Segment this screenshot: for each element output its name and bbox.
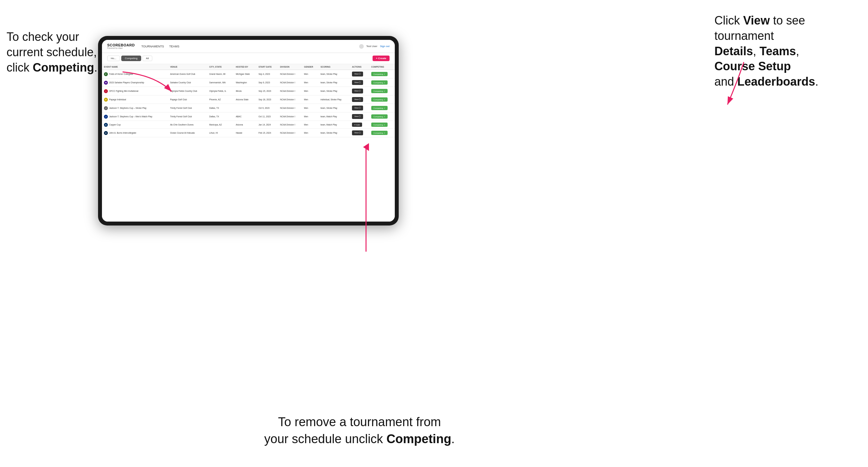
tab-home[interactable]: Ho... bbox=[107, 56, 120, 61]
actions-cell: View ⓘ bbox=[350, 87, 369, 95]
user-icon bbox=[359, 44, 364, 49]
col-scoring: team, Stroke Play bbox=[319, 70, 350, 79]
annotation-line3: click bbox=[6, 61, 33, 74]
col-venue: Ak-Chin Southern Dunes bbox=[168, 121, 207, 129]
col-start: Feb 15, 2024 bbox=[256, 129, 278, 137]
tab-all[interactable]: All bbox=[143, 56, 153, 61]
col-scoring: team, Match Play bbox=[319, 113, 350, 121]
team-logo: J bbox=[104, 106, 108, 110]
col-city: Sammamish, WA bbox=[207, 79, 234, 87]
col-start: Sep 9, 2023 bbox=[256, 79, 278, 87]
col-division: NCAA Division I bbox=[278, 79, 302, 87]
col-gender: Men bbox=[302, 87, 318, 95]
actions-cell: View ⓘ bbox=[350, 70, 369, 79]
edit-button[interactable]: ✏ Edit bbox=[352, 123, 362, 127]
col-gender: Men bbox=[302, 121, 318, 129]
annotation-competing-bold: Competing bbox=[33, 61, 94, 74]
table-row: ACopper CupAk-Chin Southern DunesMaricop… bbox=[102, 121, 395, 129]
col-division: NCAA Division I bbox=[278, 95, 302, 104]
event-name: John A. Burns Intercollegiate bbox=[109, 132, 136, 134]
tr-line3: tournament bbox=[714, 29, 774, 42]
col-scoring: individual, Stroke Play bbox=[319, 95, 350, 104]
col-division: NCAA Division I bbox=[278, 70, 302, 79]
nav-teams[interactable]: TEAMS bbox=[169, 45, 179, 48]
competing-button[interactable]: Competing ✓ bbox=[371, 97, 388, 102]
competing-cell: Competing ✓ bbox=[369, 87, 395, 95]
col-hosted bbox=[234, 104, 256, 113]
competing-cell: Competing ✓ bbox=[369, 95, 395, 104]
col-division: NCAA Division I bbox=[278, 121, 302, 129]
tr-line1: Click bbox=[714, 14, 743, 27]
tab-competing[interactable]: Competing bbox=[121, 56, 141, 61]
competing-cell: Competing ✓ bbox=[369, 129, 395, 137]
bottom-end: . bbox=[451, 432, 455, 446]
competing-button[interactable]: Competing ✓ bbox=[371, 72, 388, 76]
sign-out-link[interactable]: Sign out bbox=[380, 45, 390, 48]
col-hosted: Illinois bbox=[234, 87, 256, 95]
col-start-date: START DATE bbox=[256, 64, 278, 70]
col-hosted: Hawaii bbox=[234, 129, 256, 137]
table-row: JJackson T. Stephens Cup – Men's Match P… bbox=[102, 113, 395, 121]
col-hosted: Arizona State bbox=[234, 95, 256, 104]
event-name-cell: JJackson T. Stephens Cup – Stroke Play bbox=[102, 104, 168, 113]
view-button[interactable]: View ⓘ bbox=[352, 105, 364, 111]
bottom-line2: your schedule unclick bbox=[265, 432, 386, 446]
arrow-to-view bbox=[691, 56, 757, 121]
view-button[interactable]: View ⓘ bbox=[352, 97, 364, 102]
tr-bold3: Teams bbox=[760, 44, 796, 58]
col-venue: Trinity Forest Golf Club bbox=[168, 104, 207, 113]
logo-text: SCOREBOARD bbox=[107, 43, 135, 47]
competing-button[interactable]: Competing ✓ bbox=[371, 89, 388, 93]
col-hosted-by: HOSTED BY bbox=[234, 64, 256, 70]
navbar: SCOREBOARD Powered by clippi TOURNAMENTS… bbox=[102, 40, 395, 53]
view-button[interactable]: View ⓘ bbox=[352, 80, 364, 85]
col-city: Dallas, TX bbox=[207, 113, 234, 121]
create-button[interactable]: + Create bbox=[373, 56, 390, 61]
col-gender: Men bbox=[302, 79, 318, 87]
view-button[interactable]: View ⓘ bbox=[352, 89, 364, 93]
view-button[interactable]: View ⓘ bbox=[352, 130, 364, 135]
col-actions: ACTIONS bbox=[350, 64, 369, 70]
competing-button[interactable]: Competing ✓ bbox=[371, 123, 388, 127]
col-city-state: CITY, STATE bbox=[207, 64, 234, 70]
col-start: Sep 4, 2023 bbox=[256, 70, 278, 79]
col-city: Dallas, TX bbox=[207, 104, 234, 113]
col-start: Sep 15, 2023 bbox=[256, 87, 278, 95]
table-row: JJackson T. Stephens Cup – Stroke PlayTr… bbox=[102, 104, 395, 113]
event-name: Copper Cup bbox=[109, 124, 121, 126]
tr-comma2: , bbox=[796, 44, 799, 58]
tr-period: . bbox=[815, 75, 818, 88]
col-competing: COMPETING bbox=[369, 64, 395, 70]
col-hosted: ABAC bbox=[234, 113, 256, 121]
competing-button[interactable]: Competing ✓ bbox=[371, 114, 388, 119]
competing-cell: Competing ✓ bbox=[369, 70, 395, 79]
event-name-cell: HJohn A. Burns Intercollegiate bbox=[102, 129, 168, 137]
col-city: Phoenix, AZ bbox=[207, 95, 234, 104]
team-logo: A bbox=[104, 123, 108, 127]
col-start: Jan 14, 2024 bbox=[256, 121, 278, 129]
col-venue: Ocean Course At Hokuala bbox=[168, 129, 207, 137]
col-scoring: team, Stroke Play bbox=[319, 79, 350, 87]
view-button[interactable]: View ⓘ bbox=[352, 114, 364, 119]
col-scoring: team, Stroke Play bbox=[319, 87, 350, 95]
col-gender: Men bbox=[302, 95, 318, 104]
competing-button[interactable]: Competing ✓ bbox=[371, 81, 388, 85]
col-scoring: team, Stroke Play bbox=[319, 104, 350, 113]
team-logo: J bbox=[104, 115, 108, 119]
actions-cell: View ⓘ bbox=[350, 79, 369, 87]
filter-tabs: Ho... Competing All bbox=[107, 56, 152, 61]
competing-cell: Competing ✓ bbox=[369, 104, 395, 113]
actions-cell: View ⓘ bbox=[350, 113, 369, 121]
competing-button[interactable]: Competing ✓ bbox=[371, 131, 388, 135]
competing-button[interactable]: Competing ✓ bbox=[371, 106, 388, 110]
table-row: HJohn A. Burns IntercollegiateOcean Cour… bbox=[102, 129, 395, 137]
arrow-to-competing bbox=[353, 141, 379, 252]
logo-subtext: Powered by clippi bbox=[107, 47, 135, 49]
col-gender: GENDER bbox=[302, 64, 318, 70]
actions-cell: View ⓘ bbox=[350, 95, 369, 104]
annotation-line2: current schedule, bbox=[6, 45, 97, 59]
user-name: Test User bbox=[366, 45, 377, 48]
view-button[interactable]: View ⓘ bbox=[352, 71, 364, 76]
bottom-line1: To remove a tournament from bbox=[278, 415, 441, 429]
nav-tournaments[interactable]: TOURNAMENTS bbox=[141, 45, 164, 48]
